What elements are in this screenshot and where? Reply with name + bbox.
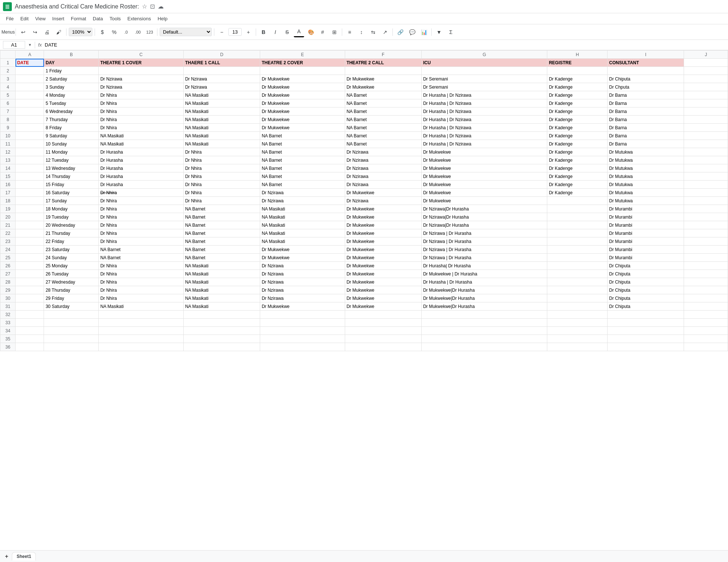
cell-f2[interactable] (345, 67, 421, 75)
cell-i16[interactable]: Dr Mutukwa (608, 181, 684, 189)
cell-d34[interactable] (183, 327, 260, 335)
cell-d8[interactable]: NA Masikati (183, 116, 260, 124)
cell-d11[interactable]: NA Masikati (183, 140, 260, 148)
cell-a4[interactable] (16, 83, 44, 91)
cell-b11[interactable]: 10 Sunday (44, 140, 99, 148)
cell-j7[interactable] (684, 107, 728, 116)
cell-c21[interactable]: Dr Nhira (99, 221, 183, 229)
col-header-h[interactable]: H (547, 51, 608, 59)
cell-a32[interactable] (16, 311, 44, 319)
cell-f28[interactable]: Dr Mukwekwe (345, 278, 421, 286)
cell-i21[interactable]: Dr Murambi (608, 221, 684, 229)
cell-e33[interactable] (260, 319, 345, 327)
cell-b24[interactable]: 23 Saturday (44, 246, 99, 254)
cell-c8[interactable]: Dr Nhira (99, 116, 183, 124)
cell-a36[interactable] (16, 343, 44, 351)
cell-a20[interactable] (16, 213, 44, 221)
cell-h11[interactable]: Dr Kadenge (547, 140, 608, 148)
cell-c25[interactable]: NA Barnet (99, 254, 183, 262)
menu-tools[interactable]: Tools (106, 14, 123, 23)
cell-f24[interactable]: Dr Mukwekwe (345, 246, 421, 254)
cell-a1[interactable]: DATE (16, 59, 44, 67)
cell-j29[interactable] (684, 286, 728, 294)
cell-e12[interactable]: NA Barnet (260, 148, 345, 156)
col-header-e[interactable]: E (260, 51, 345, 59)
col-header-c[interactable]: C (99, 51, 183, 59)
cell-c32[interactable] (99, 311, 183, 319)
cell-c18[interactable]: Dr Nhira (99, 197, 183, 205)
cell-a31[interactable] (16, 302, 44, 311)
cell-b14[interactable]: 13 Wednesday (44, 164, 99, 172)
cell-a22[interactable] (16, 229, 44, 237)
cell-h35[interactable] (547, 335, 608, 343)
cell-e4[interactable]: Dr Mukwekwe (260, 83, 345, 91)
cell-b8[interactable]: 7 Thursday (44, 116, 99, 124)
cell-b1[interactable]: DAY (44, 59, 99, 67)
cell-g8[interactable]: Dr Hurasha | Dr Nzirawa (421, 116, 547, 124)
cell-h10[interactable]: Dr Kadenge (547, 132, 608, 140)
title-action-icons[interactable]: ☆ ⊡ ☁ (142, 3, 164, 10)
cell-g13[interactable]: Dr Mukwekwe (421, 156, 547, 164)
cell-h27[interactable] (547, 270, 608, 278)
cell-d36[interactable] (183, 343, 260, 351)
cell-h16[interactable]: Dr Kadenge (547, 181, 608, 189)
cell-a16[interactable] (16, 181, 44, 189)
cell-i26[interactable]: Dr Chiputa (608, 262, 684, 270)
decimal-decrease-button[interactable]: .0 (121, 27, 131, 37)
cell-g3[interactable]: Dr Seremani (421, 75, 547, 83)
cell-j27[interactable] (684, 270, 728, 278)
cell-d17[interactable]: Dr Nhira (183, 189, 260, 197)
cell-b17[interactable]: 16 Saturday (44, 189, 99, 197)
cell-g28[interactable]: Dr Hurasha | Dr Hurasha (421, 278, 547, 286)
cell-b16[interactable]: 15 Friday (44, 181, 99, 189)
cell-b28[interactable]: 27 Wednesday (44, 278, 99, 286)
cell-b20[interactable]: 19 Tuesday (44, 213, 99, 221)
cell-a24[interactable] (16, 246, 44, 254)
menu-edit[interactable]: Edit (17, 14, 31, 23)
cell-j10[interactable] (684, 132, 728, 140)
cell-j12[interactable] (684, 148, 728, 156)
cell-c1[interactable]: THEATRE 1 COVER (99, 59, 183, 67)
font-name-select[interactable]: Default... Arial Times New Roman (160, 28, 212, 36)
cell-a30[interactable] (16, 294, 44, 302)
cell-h28[interactable] (547, 278, 608, 286)
cell-d15[interactable]: Dr Nhira (183, 172, 260, 181)
cell-d24[interactable]: NA Barnet (183, 246, 260, 254)
cell-g16[interactable]: Dr Mukwekwe (421, 181, 547, 189)
cell-f30[interactable]: Dr Mukwekwe (345, 294, 421, 302)
cell-a33[interactable] (16, 319, 44, 327)
cell-e9[interactable]: Dr Mukwekwe (260, 124, 345, 132)
cell-g30[interactable]: Dr Mukwekwe|Dr Hurasha (421, 294, 547, 302)
cell-c28[interactable]: Dr Nhira (99, 278, 183, 286)
cell-e27[interactable]: Dr Nzirawa (260, 270, 345, 278)
cell-c19[interactable]: Dr Nhira (99, 205, 183, 213)
cell-h23[interactable] (547, 237, 608, 246)
cell-d10[interactable]: NA Masikati (183, 132, 260, 140)
cell-e15[interactable]: NA Barnet (260, 172, 345, 181)
cell-c7[interactable]: Dr Nhira (99, 107, 183, 116)
cell-f20[interactable]: Dr Mukwekwe (345, 213, 421, 221)
col-header-i[interactable]: I (608, 51, 684, 59)
cell-d25[interactable]: NA Barnet (183, 254, 260, 262)
cell-f7[interactable]: NA Barnet (345, 107, 421, 116)
cell-g9[interactable]: Dr Hurasha | Dr Nzirawa (421, 124, 547, 132)
cell-g21[interactable]: Dr Nzirawa|Dr Hurasha (421, 221, 547, 229)
cell-b19[interactable]: 18 Monday (44, 205, 99, 213)
cell-c31[interactable]: NA Masikati (99, 302, 183, 311)
cell-c2[interactable] (99, 67, 183, 75)
cell-h30[interactable] (547, 294, 608, 302)
functions-button[interactable]: Σ (446, 27, 456, 37)
cell-d13[interactable]: Dr Nhira (183, 156, 260, 164)
cell-e13[interactable]: NA Barnet (260, 156, 345, 164)
cell-h24[interactable] (547, 246, 608, 254)
cell-h15[interactable]: Dr Kadenge (547, 172, 608, 181)
cell-i28[interactable]: Dr Chiputa (608, 278, 684, 286)
zoom-select[interactable]: 100% 75% 50% 125% 150% (69, 28, 92, 36)
cell-e11[interactable]: NA Barnet (260, 140, 345, 148)
cell-j28[interactable] (684, 278, 728, 286)
cell-j35[interactable] (684, 335, 728, 343)
cell-c5[interactable]: Dr Nhira (99, 91, 183, 99)
font-size-plus-button[interactable]: + (243, 27, 254, 37)
cell-g27[interactable]: Dr Mukwekwe | Dr Hurasha (421, 270, 547, 278)
cell-i33[interactable] (608, 319, 684, 327)
